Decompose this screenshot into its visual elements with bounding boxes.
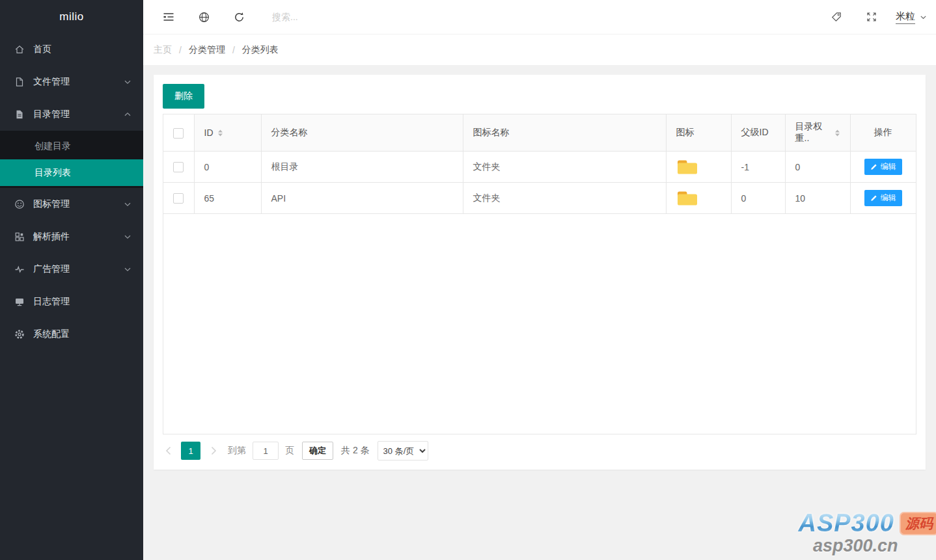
column-header-name: 分类名称 — [261, 114, 463, 152]
document-icon — [14, 109, 25, 120]
home-icon — [14, 44, 25, 55]
sidebar-item-label: 首页 — [33, 44, 51, 55]
sidebar-item-label: 广告管理 — [33, 263, 70, 275]
sidebar-item-label: 文件管理 — [33, 76, 70, 88]
sidebar-item-label: 目录管理 — [33, 109, 70, 120]
plugin-icon — [14, 232, 25, 242]
sidebar-subitem-label: 目录列表 — [34, 167, 71, 179]
breadcrumb-category-list[interactable]: 分类列表 — [242, 44, 279, 56]
chevron-down-icon — [124, 200, 131, 208]
chevron-down-icon — [124, 233, 131, 241]
next-page-button[interactable] — [208, 446, 219, 455]
cell-name: API — [261, 183, 463, 214]
user-name: 米粒 — [896, 10, 915, 24]
goto-page-input[interactable] — [253, 442, 279, 460]
cell-icon-name: 文件夹 — [463, 152, 666, 183]
collapse-sidebar-button[interactable] — [151, 0, 186, 34]
page-number-1[interactable]: 1 — [181, 442, 200, 460]
folder-icon — [676, 159, 721, 176]
pencil-icon — [870, 163, 877, 170]
sidebar-item-file-management[interactable]: 文件管理 — [0, 66, 143, 98]
pencil-icon — [870, 194, 877, 202]
cell-weight: 0 — [785, 152, 850, 183]
prev-page-button[interactable] — [163, 446, 173, 455]
topbar: 米粒 — [143, 0, 936, 34]
sidebar-item-label: 解析插件 — [33, 231, 70, 243]
fullscreen-button[interactable] — [854, 12, 889, 22]
category-table: ID 分类名称 图标名称 图标 父级ID — [163, 114, 916, 434]
submenu-directory: 创建目录 目录列表 — [0, 131, 143, 188]
breadcrumb-category-management[interactable]: 分类管理 — [189, 44, 225, 56]
column-header-weight: 目录权重.. — [785, 114, 850, 152]
pagination: 1 到第 页 确定 共 2 条 30 条/页 — [163, 441, 916, 460]
breadcrumb-home[interactable]: 主页 — [154, 44, 172, 56]
edit-button[interactable]: 编辑 — [864, 190, 902, 206]
topbar-right: 米粒 — [819, 10, 927, 24]
sidebar-item-ad-management[interactable]: 广告管理 — [0, 253, 143, 286]
delete-button[interactable]: 删除 — [163, 84, 204, 109]
chevron-down-icon — [920, 14, 927, 21]
per-page-select[interactable]: 30 条/页 — [378, 441, 428, 460]
app-root: milio 首页 文件管理 目录管 — [0, 0, 936, 560]
column-header-parent-id: 父级ID — [731, 114, 785, 152]
sidebar-nav: 首页 文件管理 目录管理 — [0, 33, 143, 351]
sidebar-subitem-label: 创建目录 — [34, 140, 71, 152]
cell-parent-id: 0 — [731, 183, 785, 214]
cell-parent-id: -1 — [731, 152, 785, 183]
app-logo: milio — [0, 0, 143, 33]
row-checkbox[interactable] — [173, 162, 184, 172]
globe-button[interactable] — [186, 0, 221, 34]
search-input[interactable] — [272, 7, 467, 27]
main-area: 米粒 主页 / 分类管理 / 分类列表 删除 — [143, 0, 936, 560]
chevron-up-icon — [124, 111, 131, 118]
cell-id: 0 — [194, 152, 261, 183]
page-suffix-label: 页 — [285, 445, 294, 457]
sidebar-item-label: 图标管理 — [33, 198, 70, 210]
cell-icon-name: 文件夹 — [463, 183, 666, 214]
cell-weight: 10 — [785, 183, 850, 214]
cell-name: 根目录 — [261, 152, 463, 183]
column-header-icon-name: 图标名称 — [463, 114, 666, 152]
table-header-row: ID 分类名称 图标名称 图标 父级ID — [163, 114, 916, 152]
chevron-down-icon — [124, 78, 131, 86]
sidebar-item-label: 日志管理 — [33, 296, 70, 308]
sidebar-item-icon-management[interactable]: 图标管理 — [0, 188, 143, 220]
breadcrumb: 主页 / 分类管理 / 分类列表 — [143, 34, 936, 65]
sort-icon[interactable] — [834, 129, 840, 137]
category-list-card: 删除 ID — [154, 75, 926, 470]
select-all-checkbox[interactable] — [173, 128, 184, 139]
table-row: 0 根目录 文件夹 -1 0 — [163, 152, 916, 183]
smiley-icon — [14, 199, 25, 209]
column-header-actions: 操作 — [850, 114, 916, 152]
sidebar-item-directory-management[interactable]: 目录管理 — [0, 98, 143, 131]
user-menu[interactable]: 米粒 — [896, 10, 927, 24]
breadcrumb-separator: / — [179, 45, 182, 55]
sort-icon[interactable] — [217, 129, 223, 137]
confirm-page-button[interactable]: 确定 — [302, 442, 333, 460]
tag-button[interactable] — [819, 11, 854, 23]
sidebar-item-label: 系统配置 — [33, 328, 70, 340]
gear-icon — [14, 329, 25, 340]
sidebar-item-parser-plugins[interactable]: 解析插件 — [0, 220, 143, 253]
total-count-label: 共 2 条 — [341, 445, 370, 457]
sidebar-subitem-directory-list[interactable]: 目录列表 — [0, 159, 143, 186]
chevron-down-icon — [124, 265, 131, 273]
sidebar-item-home[interactable]: 首页 — [0, 33, 143, 66]
ads-icon — [14, 264, 25, 274]
edit-button[interactable]: 编辑 — [864, 159, 902, 175]
cell-id: 65 — [194, 183, 261, 214]
sidebar-item-log-management[interactable]: 日志管理 — [0, 286, 143, 318]
sidebar-subitem-create-directory[interactable]: 创建目录 — [0, 133, 143, 159]
column-header-icon: 图标 — [666, 114, 731, 152]
goto-label: 到第 — [228, 445, 246, 457]
refresh-button[interactable] — [221, 0, 256, 34]
column-header-id: ID — [194, 114, 261, 152]
breadcrumb-separator: / — [232, 45, 235, 55]
sidebar: milio 首页 文件管理 目录管 — [0, 0, 143, 560]
monitor-icon — [14, 297, 25, 307]
content-area: 删除 ID — [143, 65, 936, 560]
row-checkbox[interactable] — [173, 193, 184, 204]
file-icon — [14, 77, 25, 87]
sidebar-item-system-config[interactable]: 系统配置 — [0, 318, 143, 351]
table-row: 65 API 文件夹 0 10 — [163, 183, 916, 214]
